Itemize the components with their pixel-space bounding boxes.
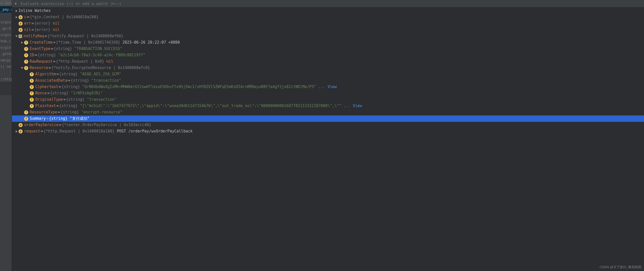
field-icon: f [30, 79, 34, 83]
sidebar-frame[interactable] [0, 13, 12, 19]
field-icon: f [30, 91, 34, 95]
sidebar-frame[interactable]: n/gin- [0, 32, 12, 38]
field-ID[interactable]: f ID = {string} "e2c14cb8-78a3-5c49-a24c… [12, 52, 644, 58]
parameter-icon: p [19, 22, 23, 26]
field-icon: f [24, 41, 28, 45]
chevron-right-icon[interactable] [14, 10, 19, 12]
field-AssociatedData[interactable]: f AssociatedData = {string} "transaction… [12, 77, 644, 84]
field-icon: f [30, 98, 34, 102]
variable-request[interactable]: p request = {*http.Request | 0x1400018a1… [12, 128, 644, 134]
field-Nonce[interactable]: f Nonce = {string} "1rNFXzAg9JRi" [12, 90, 644, 96]
sidebar-frame[interactable] [0, 89, 12, 95]
sidebar-frame[interactable] [0, 82, 12, 89]
field-icon: f [30, 85, 34, 89]
variables-tree[interactable]: Inline Watches p c = {*gin.Context | 0x1… [12, 8, 644, 271]
view-link[interactable]: View [353, 103, 362, 109]
frames-sidebar[interactable]: < (ord _pay.s n/gin- .go:9 n/gin- hub.c … [0, 0, 12, 271]
field-RawRequest[interactable]: f RawRequest = {*http.Request | 0x0} nil [12, 58, 644, 65]
evaluate-expression-input[interactable]: Evaluate expression (⏎) or add a watch (… [18, 2, 644, 6]
field-icon: f [30, 104, 34, 108]
parameter-icon: p [19, 123, 23, 127]
sidebar-frame[interactable]: .githu [0, 51, 12, 57]
sidebar-frame[interactable]: n/gin- [0, 44, 12, 51]
chevron-right-icon[interactable] [14, 130, 19, 133]
field-ResourceType[interactable]: f ResourceType = {string} "encrypt-resou… [12, 109, 644, 115]
field-icon: f [24, 66, 28, 70]
parameter-icon: p [19, 129, 23, 133]
sidebar-tab[interactable]: < (ord [0, 0, 12, 6]
sidebar-frame[interactable]: //http [0, 76, 12, 82]
inline-watches-header[interactable]: Inline Watches [12, 8, 644, 14]
field-icon: f [24, 117, 28, 121]
field-Plaintext[interactable]: f Plaintext = {string} "{\"mchid\":\"164… [12, 103, 644, 109]
field-icon: f [24, 110, 28, 114]
field-icon: f [24, 60, 28, 64]
field-icon: f [30, 72, 34, 76]
chevron-down-icon[interactable] [20, 67, 24, 69]
sidebar-frame[interactable] [0, 70, 12, 76]
sidebar-frame[interactable]: .go:9 [0, 25, 12, 32]
variable-c[interactable]: p c = {*gin.Context | 0x1400018a200} [12, 14, 644, 20]
watch-toolbar: ▼ Evaluate expression (⏎) or add a watch… [12, 0, 644, 8]
chevron-right-icon[interactable] [14, 16, 19, 19]
sidebar-frame[interactable]: i) net/ [0, 63, 12, 70]
dropdown-icon[interactable]: ▼ [13, 2, 18, 5]
parameter-icon: p [19, 28, 23, 32]
variable-notifyReq[interactable]: ≡ notifyReq = {*notify.Request | 0x14000… [12, 33, 644, 39]
watermark: CSDN @天下皆白_唯我独黑 [600, 265, 641, 269]
variable-err[interactable]: p err = {error} nil [12, 20, 644, 27]
sidebar-frame[interactable]: _pay.s [0, 6, 12, 13]
field-Resource[interactable]: f Resource = {*notify.EncryptedResource … [12, 65, 644, 71]
field-Algorithm[interactable]: f Algorithm = {string} "AEAD_AES_256_GCM… [12, 71, 644, 77]
field-OriginalType[interactable]: f OriginalType = {string} "transaction" [12, 96, 644, 103]
field-CreateTime[interactable]: f CreateTime = {*time.Time | 0x140017461… [12, 39, 644, 46]
field-icon: f [24, 47, 28, 51]
chevron-right-icon[interactable] [20, 41, 24, 44]
variable-nil[interactable]: p nil = {error} nil [12, 27, 644, 33]
field-icon: f [24, 53, 28, 57]
parameter-icon: p [19, 15, 23, 19]
chevron-down-icon[interactable] [14, 35, 19, 38]
sidebar-frame[interactable]: om/gi [0, 57, 12, 63]
view-link[interactable]: View [328, 84, 337, 90]
field-EventType[interactable]: f EventType = {string} "TRANSACTION.SUCC… [12, 46, 644, 52]
variable-orderPayService[interactable]: p orderPayService = {*center.OrderPaySer… [12, 122, 644, 128]
struct-icon: ≡ [19, 35, 22, 38]
sidebar-frame[interactable]: n/gin- [0, 19, 12, 25]
sidebar-frame[interactable]: hub.c [0, 38, 12, 44]
field-Ciphertext[interactable]: f Ciphertext = {string} "UrN04bdWwXgIsMh… [12, 84, 644, 90]
field-Summary[interactable]: f Summary = {string} "支付成功" [12, 115, 644, 122]
